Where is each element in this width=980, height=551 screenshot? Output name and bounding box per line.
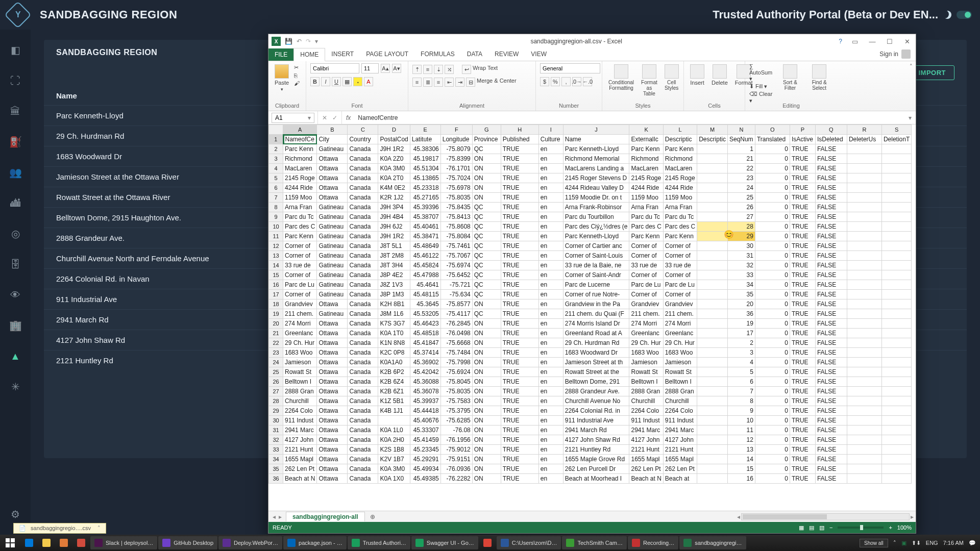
cell[interactable]	[881, 406, 911, 416]
cell[interactable]	[847, 222, 881, 232]
cell[interactable]	[847, 329, 881, 338]
cell[interactable]: -75.8435	[440, 203, 472, 212]
cell[interactable]: en	[538, 435, 563, 445]
cell[interactable]: K0A 3M0	[378, 464, 410, 474]
cell[interactable]: ON	[472, 377, 501, 387]
col-header[interactable]: F	[440, 125, 472, 135]
cell[interactable]: TRUE	[501, 474, 538, 484]
cell[interactable]: TRUE	[790, 329, 815, 338]
cell[interactable]: 45.29291	[410, 455, 440, 464]
cell[interactable]: 2145 Roger Stevens D	[563, 173, 629, 183]
cell[interactable]: Translated	[755, 135, 790, 144]
cell[interactable]: TRUE	[501, 348, 538, 358]
cell[interactable]: K1Z 5B1	[378, 396, 410, 406]
cell[interactable]: 0	[755, 241, 790, 251]
cell[interactable]: QC	[472, 270, 501, 280]
font-size-select[interactable]	[361, 63, 379, 73]
cell[interactable]: 45.19817	[410, 154, 440, 164]
cell[interactable]: Parc du Tc	[629, 212, 663, 222]
cell[interactable]: -76.0498	[440, 329, 472, 338]
merge-icon[interactable]: ⊟	[466, 78, 475, 87]
cell[interactable]: 45.39937	[410, 396, 440, 406]
cell[interactable]: Belltown I	[629, 377, 663, 387]
row-header[interactable]: 10	[269, 222, 283, 232]
cell[interactable]: 2145 Roge	[283, 173, 317, 183]
cell[interactable]: Grandviev	[283, 299, 317, 309]
cell[interactable]: K2H 8B1	[378, 299, 410, 309]
cell[interactable]: TRUE	[501, 222, 538, 232]
row-header[interactable]: 9	[269, 212, 283, 222]
cell[interactable]: TRUE	[501, 164, 538, 173]
cell[interactable]: Ottawa	[317, 367, 348, 377]
cell[interactable]: City	[317, 135, 348, 144]
cell[interactable]: -75.7998	[440, 358, 472, 367]
cell[interactable]: en	[538, 241, 563, 251]
cell[interactable]: FALSE	[815, 367, 847, 377]
insert-cells-button[interactable]: Insert	[688, 63, 706, 87]
cell[interactable]: Parc des C	[629, 222, 663, 232]
cell[interactable]: 1159 Moo	[629, 193, 663, 203]
cell[interactable]: TRUE	[501, 241, 538, 251]
cell[interactable]: 0	[755, 329, 790, 338]
cell[interactable]: en	[538, 416, 563, 425]
cell[interactable]: PostalCod	[378, 135, 410, 144]
cell[interactable]: K0A 3M0	[378, 164, 410, 173]
cell[interactable]: K2S 1B8	[378, 445, 410, 455]
cell[interactable]: Arna Fran	[663, 203, 697, 212]
tray-clock[interactable]: 7:16 AM	[943, 540, 964, 546]
autosum-button[interactable]: ∑ AutoSum ▾	[749, 63, 775, 82]
cell[interactable]: Canada	[348, 367, 378, 377]
cell[interactable]: 31	[727, 251, 755, 261]
cell[interactable]: Canada	[348, 329, 378, 338]
cell[interactable]: 2264 Colo	[283, 406, 317, 416]
cell[interactable]: QC	[472, 212, 501, 222]
cell[interactable]: -76.1701	[440, 164, 472, 173]
cell[interactable]: TRUE	[501, 396, 538, 406]
cell[interactable]: Parc Kenneth-Lloyd	[563, 144, 629, 154]
fill-button[interactable]: ⬇ Fill ▾	[749, 83, 775, 90]
cell[interactable]: Jamieson	[629, 358, 663, 367]
cell[interactable]: QC	[472, 144, 501, 154]
row-header[interactable]: 27	[269, 387, 283, 396]
cell[interactable]: QC	[472, 309, 501, 319]
cell[interactable]: 45.51304	[410, 164, 440, 173]
cell[interactable]: -76.1956	[440, 435, 472, 445]
row-header[interactable]: 30	[269, 416, 283, 425]
cell[interactable]: Greenlanc	[283, 329, 317, 338]
cell[interactable]	[847, 164, 881, 173]
cell[interactable]: K2V 1B7	[378, 455, 410, 464]
cell[interactable]: -75.8045	[440, 377, 472, 387]
cell[interactable]: FALSE	[815, 319, 847, 329]
cell[interactable]: -75.8577	[440, 299, 472, 309]
cell[interactable]: 45.46122	[410, 251, 440, 261]
cell[interactable]: QC	[472, 251, 501, 261]
number-format-select[interactable]	[540, 63, 600, 73]
cell[interactable]: TRUE	[501, 183, 538, 193]
cell[interactable]: TRUE	[501, 270, 538, 280]
cell[interactable]: FALSE	[815, 377, 847, 387]
col-header[interactable]: B	[317, 125, 348, 135]
cell[interactable]: en	[538, 164, 563, 173]
cell[interactable]: Ottawa	[317, 193, 348, 203]
cell[interactable]: en	[538, 154, 563, 164]
cell[interactable]: Ottawa	[317, 464, 348, 474]
col-header[interactable]: S	[881, 125, 911, 135]
cell[interactable]: Canada	[348, 406, 378, 416]
cell[interactable]	[697, 309, 728, 319]
qat-redo-icon[interactable]: ↷	[306, 38, 311, 45]
taskbar-item[interactable]: C:\Users\zom\D…	[497, 536, 561, 549]
taskbar-item[interactable]	[479, 536, 496, 549]
cell[interactable]: 4244 Ride	[283, 183, 317, 193]
cell[interactable]	[881, 173, 911, 183]
fx-icon[interactable]: fx	[342, 114, 355, 121]
cell[interactable]: FALSE	[815, 232, 847, 241]
cell[interactable]	[881, 367, 911, 377]
cell[interactable]: 0	[755, 319, 790, 329]
row-header[interactable]: 6	[269, 183, 283, 193]
cell[interactable]: -75.9151	[440, 455, 472, 464]
cell[interactable]: 45.39396	[410, 203, 440, 212]
cell[interactable]	[881, 377, 911, 387]
cell[interactable]: 45.48115	[410, 290, 440, 299]
cell[interactable]: Gatineau	[317, 280, 348, 290]
cell[interactable]: Parc du Tourbillon	[563, 212, 629, 222]
